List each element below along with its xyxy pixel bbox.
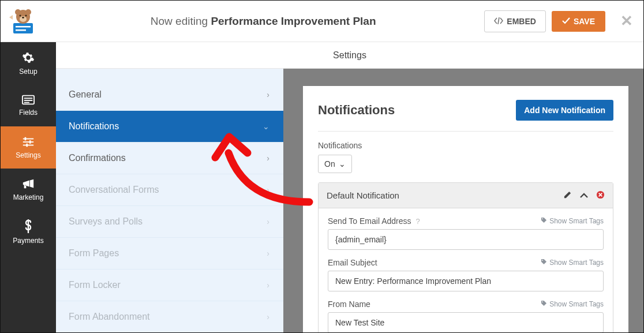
- field-label: Send To Email Address ?: [328, 216, 420, 226]
- menu-item-form-abandonment[interactable]: Form Abandonment ›: [56, 301, 283, 332]
- save-label: SAVE: [574, 17, 595, 26]
- chevron-down-icon: ⌄: [339, 159, 346, 169]
- notification-body: Send To Email Address ? Show Smart Tags: [319, 208, 613, 332]
- tag-icon: [541, 300, 547, 308]
- svg-rect-0: [13, 23, 33, 33]
- field-send-to: Send To Email Address ? Show Smart Tags: [328, 216, 604, 250]
- chevron-right-icon: ›: [267, 154, 269, 163]
- dollar-icon: [24, 219, 33, 233]
- menu-item-form-pages[interactable]: Form Pages ›: [56, 238, 283, 270]
- vnav-item-fields[interactable]: Fields: [1, 84, 56, 126]
- code-icon: [494, 17, 503, 26]
- add-notification-button[interactable]: Add New Notification: [516, 100, 613, 121]
- delete-icon[interactable]: [596, 190, 605, 201]
- list-icon: [22, 95, 35, 105]
- menu-item-form-locker[interactable]: Form Locker ›: [56, 270, 283, 301]
- svg-rect-11: [24, 98, 33, 99]
- from-name-input[interactable]: [328, 312, 604, 332]
- vnav-label: Fields: [19, 108, 38, 117]
- edit-icon[interactable]: [563, 190, 572, 201]
- settings-body: General › Notifications ⌄ Confirmations …: [56, 69, 643, 332]
- svg-rect-12: [24, 100, 33, 101]
- settings-column: Settings General › Notifications ⌄ Confi…: [56, 42, 643, 332]
- vnav-item-setup[interactable]: Setup: [1, 42, 56, 84]
- show-smart-tags[interactable]: Show Smart Tags: [541, 259, 604, 267]
- menu-label: Conversational Forms: [69, 185, 159, 195]
- svg-point-5: [25, 9, 31, 15]
- menu-label: General: [69, 89, 102, 100]
- menu-item-general[interactable]: General ›: [56, 79, 283, 111]
- sliders-icon: [22, 136, 35, 148]
- smart-tags-label: Show Smart Tags: [549, 217, 604, 225]
- editing-prefix: Now editing: [151, 15, 211, 27]
- card-title: Notifications: [318, 103, 395, 118]
- svg-point-8: [25, 14, 27, 16]
- chevron-right-icon: ›: [267, 249, 269, 258]
- check-icon: [562, 17, 570, 26]
- gear-icon: [22, 51, 35, 64]
- vnav-label: Setup: [19, 68, 37, 76]
- notification-title: Default Notification: [327, 190, 399, 200]
- embed-label: EMBED: [507, 17, 536, 26]
- notifications-card: Notifications Add New Notification Notif…: [303, 86, 628, 332]
- svg-point-9: [22, 17, 24, 18]
- svg-point-22: [542, 260, 543, 261]
- vnav-label: Payments: [13, 237, 43, 245]
- email-subject-input[interactable]: [328, 271, 604, 291]
- field-label: From Name: [328, 300, 370, 309]
- chevron-right-icon: ›: [267, 185, 269, 194]
- main-row: Setup Fields Settings Marketing Payments…: [1, 42, 643, 332]
- menu-label: Notifications: [69, 121, 119, 132]
- chevron-right-icon: ›: [267, 90, 269, 99]
- vnav-item-marketing[interactable]: Marketing: [1, 169, 56, 211]
- svg-point-21: [542, 218, 543, 219]
- vertical-nav: Setup Fields Settings Marketing Payments: [1, 42, 56, 332]
- smart-tags-label: Show Smart Tags: [549, 259, 604, 267]
- show-smart-tags[interactable]: Show Smart Tags: [541, 217, 604, 225]
- app-logo: [8, 7, 36, 36]
- svg-point-4: [15, 9, 21, 15]
- menu-label: Confirmations: [69, 153, 126, 163]
- send-to-input[interactable]: [328, 229, 604, 250]
- menu-label: Form Pages: [69, 248, 119, 259]
- settings-menu: General › Notifications ⌄ Confirmations …: [56, 69, 283, 332]
- menu-item-notifications[interactable]: Notifications ⌄: [56, 111, 283, 143]
- svg-rect-14: [23, 138, 33, 139]
- field-from-name: From Name Show Smart Tags: [328, 300, 604, 332]
- editing-title: Performance Improvement Plan: [211, 15, 376, 27]
- notifications-toggle[interactable]: On ⌄: [318, 155, 352, 173]
- card-header: Notifications Add New Notification: [318, 100, 613, 132]
- editing-label: Now editing Performance Improvement Plan: [42, 15, 484, 28]
- close-icon[interactable]: ✕: [620, 12, 633, 30]
- chevron-up-icon[interactable]: [580, 190, 588, 200]
- content-column: Notifications Add New Notification Notif…: [283, 69, 643, 332]
- show-smart-tags[interactable]: Show Smart Tags: [541, 300, 604, 308]
- save-button[interactable]: SAVE: [552, 11, 605, 32]
- tag-icon: [541, 259, 547, 267]
- embed-button[interactable]: EMBED: [484, 10, 546, 32]
- bullhorn-icon: [22, 178, 35, 190]
- svg-rect-13: [24, 102, 29, 103]
- menu-label: Form Locker: [69, 280, 121, 290]
- menu-label: Surveys and Polls: [69, 216, 143, 227]
- settings-heading: Settings: [56, 42, 643, 69]
- top-actions: EMBED SAVE ✕: [484, 10, 633, 32]
- field-label: Email Subject: [328, 258, 377, 267]
- menu-item-surveys-polls[interactable]: Surveys and Polls ›: [56, 206, 283, 238]
- menu-item-confirmations[interactable]: Confirmations ›: [56, 143, 283, 174]
- toggle-value: On: [324, 159, 335, 169]
- toggle-label: Notifications: [318, 141, 613, 150]
- svg-rect-19: [26, 143, 28, 147]
- svg-rect-15: [23, 141, 33, 143]
- field-label-text: Send To Email Address: [328, 216, 411, 226]
- svg-point-23: [542, 301, 543, 302]
- help-icon[interactable]: ?: [415, 217, 420, 226]
- chevron-right-icon: ›: [267, 312, 269, 321]
- menu-item-conversational-forms[interactable]: Conversational Forms ›: [56, 174, 283, 206]
- svg-rect-16: [23, 144, 33, 145]
- chevron-down-icon: ⌄: [263, 122, 269, 131]
- svg-point-7: [20, 14, 21, 16]
- vnav-item-settings[interactable]: Settings: [1, 126, 56, 169]
- svg-rect-17: [25, 137, 27, 140]
- vnav-item-payments[interactable]: Payments: [1, 211, 56, 253]
